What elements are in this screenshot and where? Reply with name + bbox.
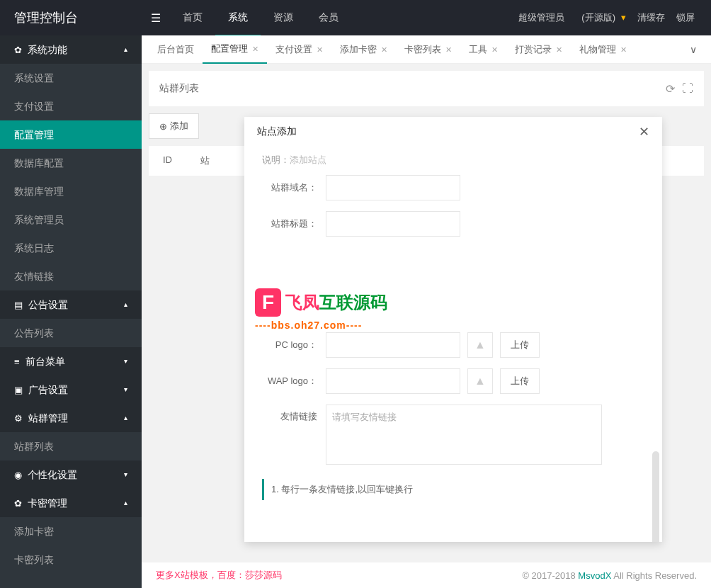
chevron-icon: ▾ — [124, 460, 127, 489]
sidebar-item[interactable]: 支付设置 — [0, 92, 142, 120]
close-icon[interactable]: ✕ — [620, 36, 627, 63]
refresh-icon[interactable]: ⟳ — [666, 82, 675, 96]
label-title: 站群标题： — [262, 217, 326, 230]
label-domain: 站群域名： — [262, 181, 326, 194]
close-icon[interactable]: ✕ — [556, 36, 562, 63]
close-icon[interactable]: ✕ — [445, 36, 452, 63]
sidebar-item[interactable]: 系统日志 — [0, 234, 142, 262]
nav-member[interactable]: 会员 — [306, 0, 351, 37]
modal-add-site: 站点添加 ✕ 说明：添加站点 站群域名： 站群标题： F飞凤互联源码 ----b… — [244, 117, 662, 542]
sidebar-label: 公告列表 — [14, 327, 54, 339]
sidebar-item[interactable]: ◉个性化设置▾ — [0, 460, 142, 489]
nav-resource[interactable]: 资源 — [261, 0, 306, 37]
sidebar-item[interactable]: ▣广告设置▾ — [0, 375, 142, 404]
input-wap-logo[interactable] — [326, 368, 460, 394]
sidebar-label: 数据库配置 — [14, 157, 64, 169]
sidebar-icon: ⚙ — [14, 413, 23, 424]
fullscreen-icon[interactable]: ⛶ — [682, 82, 693, 96]
sidebar-label: 广告设置 — [28, 384, 68, 395]
sidebar-item[interactable]: 系统设置 — [0, 64, 142, 92]
image-icon: ▲ — [467, 368, 493, 394]
tab[interactable]: 卡密列表✕ — [396, 36, 460, 63]
scrollbar[interactable] — [652, 451, 659, 542]
sidebar-icon: ✿ — [14, 45, 22, 55]
clear-cache-button[interactable]: 清缓存 — [632, 11, 671, 24]
add-button[interactable]: ⊕添加 — [149, 113, 199, 139]
tab[interactable]: 支付设置✕ — [267, 36, 331, 63]
sidebar-icon: ▤ — [14, 300, 23, 310]
tab-label: 打赏记录 — [515, 36, 552, 63]
chevron-icon: ▾ — [124, 347, 127, 375]
sidebar-label: 前台菜单 — [25, 356, 65, 367]
lock-screen-button[interactable]: 锁屏 — [671, 11, 700, 24]
sidebar-item[interactable]: 公告列表 — [0, 319, 142, 347]
tab-label: 卡密列表 — [404, 36, 441, 63]
sidebar-item[interactable]: 数据库管理 — [0, 177, 142, 205]
col-id: ID — [163, 154, 172, 167]
note-value: 添加站点 — [290, 154, 326, 165]
sidebar-icon: ◉ — [14, 470, 22, 480]
upload-pc-button[interactable]: 上传 — [500, 332, 540, 358]
close-icon[interactable]: ✕ — [381, 36, 387, 63]
sidebar-item[interactable]: ≡前台菜单▾ — [0, 347, 142, 375]
close-icon[interactable]: ✕ — [491, 36, 498, 63]
tab[interactable]: 配置管理✕ — [203, 35, 267, 64]
sidebar-item[interactable]: 友情链接 — [0, 262, 142, 290]
tip-text: 1. 每行一条友情链接,以回车键换行 — [262, 479, 644, 500]
input-pc-logo[interactable] — [326, 332, 460, 358]
plus-icon: ⊕ — [159, 121, 167, 132]
version-badge[interactable]: (开源版)▾ — [570, 11, 632, 24]
sidebar-item[interactable]: ✿卡密管理▴ — [0, 489, 142, 517]
sidebar-label: 站群管理 — [28, 412, 68, 424]
nav-home[interactable]: 首页 — [170, 0, 215, 37]
label-wap-logo: WAP logo： — [262, 375, 326, 388]
sidebar-label: 友情链接 — [14, 271, 54, 282]
sidebar-icon: ✿ — [14, 498, 22, 509]
toolbar: 站群列表 ⟳ ⛶ — [149, 71, 704, 106]
tab-label: 工具 — [469, 36, 487, 63]
sidebar-label: 支付设置 — [14, 101, 54, 112]
brand-title: 管理控制台 — [0, 9, 142, 26]
modal-title: 站点添加 — [257, 125, 297, 138]
sidebar-label: 系统管理员 — [14, 214, 64, 225]
tabs-more-icon[interactable]: ∨ — [683, 44, 704, 55]
label-pc-logo: PC logo： — [262, 339, 326, 351]
sidebar-item[interactable]: 卡密列表 — [0, 545, 142, 574]
close-icon[interactable]: ✕ — [252, 35, 258, 62]
input-domain[interactable] — [326, 175, 460, 200]
sidebar-item[interactable]: 数据库配置 — [0, 149, 142, 177]
close-icon[interactable]: ✕ — [317, 36, 323, 63]
tab[interactable]: 礼物管理✕ — [571, 36, 635, 63]
tab[interactable]: 添加卡密✕ — [331, 36, 396, 63]
sidebar-item[interactable]: ▤公告设置▴ — [0, 290, 142, 319]
sidebar-label: 公告设置 — [28, 299, 68, 310]
sidebar-label: 配置管理 — [14, 129, 54, 140]
tab[interactable]: 后台首页 — [149, 36, 203, 63]
chevron-icon: ▴ — [124, 404, 127, 432]
upload-wap-button[interactable]: 上传 — [500, 368, 540, 394]
input-links[interactable] — [326, 405, 602, 465]
sidebar-item[interactable]: ✿系统功能▴ — [0, 35, 142, 64]
menu-toggle-icon[interactable]: ☰ — [142, 11, 170, 25]
nav-system[interactable]: 系统 — [215, 0, 261, 37]
sidebar-item[interactable]: 系统管理员 — [0, 205, 142, 234]
footer: 更多X站模板，百度：莎莎源码 © 2017-2018 MsvodX All Ri… — [142, 562, 711, 588]
footer-promo: 更多X站模板，百度：莎莎源码 — [156, 569, 282, 582]
tab[interactable]: 工具✕ — [460, 36, 506, 63]
sidebar-item[interactable]: 配置管理 — [0, 120, 142, 149]
current-user[interactable]: 超级管理员 — [513, 11, 570, 24]
sidebar-label: 系统设置 — [14, 72, 54, 84]
tab-label: 添加卡密 — [340, 36, 377, 63]
sidebar-item[interactable]: ⚙站群管理▴ — [0, 404, 142, 432]
tab-label: 礼物管理 — [579, 36, 616, 63]
footer-copyright: © 2017-2018 MsvodX All Rights Reserved. — [522, 570, 697, 581]
sidebar-label: 系统功能 — [28, 44, 67, 55]
input-title[interactable] — [326, 211, 460, 237]
sidebar-item[interactable]: 添加卡密 — [0, 517, 142, 545]
close-icon[interactable]: ✕ — [639, 124, 649, 140]
tab[interactable]: 打赏记录✕ — [506, 36, 571, 63]
sidebar-item[interactable]: 站群列表 — [0, 432, 142, 460]
footer-link[interactable]: MsvodX — [578, 570, 611, 581]
image-icon: ▲ — [467, 332, 493, 358]
page-title: 站群列表 — [159, 82, 199, 95]
